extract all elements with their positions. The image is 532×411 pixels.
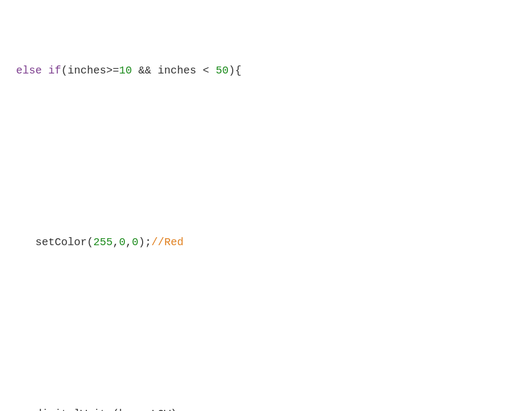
- num-255: 255: [93, 236, 113, 248]
- code-line-2: [16, 148, 516, 165]
- op-and: &&: [132, 64, 158, 77]
- brace-open-1: ){: [228, 64, 241, 77]
- dw-buzz-low: digitalWrite(buzz,LOW);: [16, 408, 183, 411]
- comment-red: //Red: [151, 236, 183, 248]
- keyword-else-if-1: else if: [16, 64, 61, 77]
- code-line-5: digitalWrite(buzz,LOW);: [16, 406, 516, 411]
- code-line-1: else if(inches>=10 && inches < 50){: [16, 62, 516, 79]
- var-inches-2: inches: [158, 64, 196, 77]
- plain-paren-open-1: (: [61, 64, 68, 77]
- comma-2: ,: [125, 236, 132, 248]
- func-setcolor: setColor(: [35, 236, 93, 248]
- close-setcolor: );: [138, 236, 151, 248]
- comma-1: ,: [113, 236, 119, 248]
- var-inches-1: inches: [68, 64, 106, 77]
- code-line-4: [16, 320, 516, 337]
- code-line-3: setColor(255,0,0);//Red: [16, 234, 516, 251]
- num-0-2: 0: [132, 236, 138, 248]
- indent-1: [16, 236, 35, 248]
- num-10-1: 10: [119, 64, 132, 77]
- op-gte: >=: [106, 64, 119, 77]
- code-editor: else if(inches>=10 && inches < 50){ setC…: [16, 11, 516, 411]
- op-lt-1: <: [196, 64, 216, 77]
- num-50: 50: [216, 64, 228, 77]
- num-0-1: 0: [119, 236, 125, 248]
